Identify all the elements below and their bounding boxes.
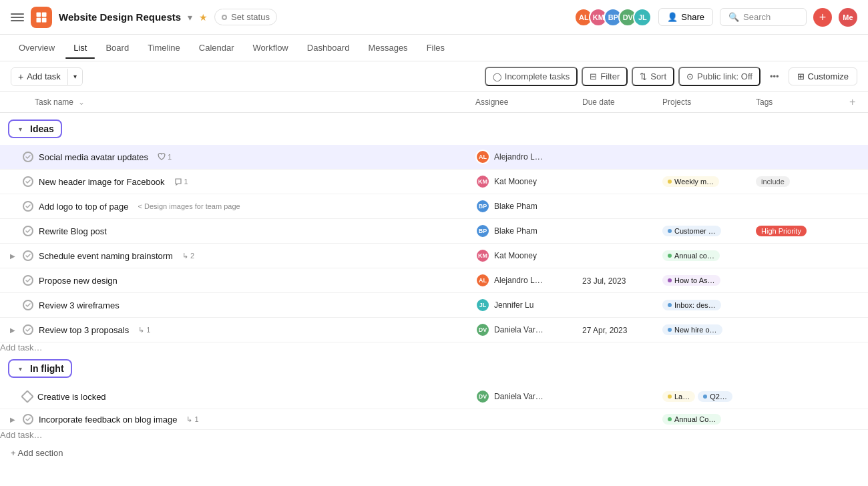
plus-icon: + <box>18 71 23 82</box>
project-pill[interactable]: Weekly m… <box>662 176 719 187</box>
tab-board[interactable]: Board <box>97 37 137 58</box>
task-complete-icon[interactable] <box>21 390 34 403</box>
task-extra-cell <box>841 268 868 293</box>
section-row-in-flight: ▾ In flight <box>0 352 868 385</box>
project-pill[interactable]: Annual co… <box>662 250 720 261</box>
task-assignee-cell: BP Blake Pham <box>467 219 574 244</box>
task-assignee-avatar: BP <box>475 199 490 214</box>
add-button[interactable]: + <box>813 8 832 27</box>
table-row[interactable]: ▶ Review top 3 proposals ↳ 1 DV Daniela … <box>0 318 868 342</box>
task-name-text: Incorporate feedback on blog image <box>39 415 177 425</box>
task-duedate-cell <box>574 409 654 430</box>
subtask-badge: ↳ 1 <box>138 326 150 334</box>
tab-messages[interactable]: Messages <box>360 37 415 58</box>
task-name-cell: Add logo to top of page < Design images … <box>0 194 467 219</box>
more-button[interactable]: ••• <box>765 68 785 85</box>
task-meta: ↳ 2 <box>182 252 194 260</box>
task-complete-icon[interactable] <box>23 414 33 425</box>
share-button[interactable]: 👤 Share <box>658 8 713 26</box>
section-collapse-icon[interactable]: ▾ <box>16 364 25 374</box>
section-collapse-icon[interactable]: ▾ <box>16 124 25 134</box>
project-pill[interactable]: Q2… <box>698 391 732 402</box>
tab-files[interactable]: Files <box>419 37 453 58</box>
project-pill[interactable]: How to As… <box>662 275 720 286</box>
task-tags-cell <box>748 293 841 318</box>
expand-icon[interactable]: ▶ <box>8 325 17 334</box>
projects-cell: Weekly m… <box>662 176 740 187</box>
tags-cell: High Priority <box>756 226 833 236</box>
task-tags-cell <box>748 385 841 409</box>
add-task-button[interactable]: + Add task <box>11 68 67 85</box>
filter-button[interactable]: ⊟ Filter <box>582 67 628 86</box>
hamburger-icon[interactable] <box>11 11 24 24</box>
user-avatar[interactable]: Me <box>839 8 857 27</box>
task-name-cell: Propose new design <box>0 268 467 293</box>
customize-button[interactable]: ⊞ Customize <box>789 67 857 85</box>
add-task-link[interactable]: Add task… <box>0 430 43 440</box>
tab-timeline[interactable]: Timeline <box>140 37 188 58</box>
task-name-text: Propose new design <box>39 276 118 286</box>
project-pill[interactable]: Annual Co… <box>662 414 721 425</box>
expand-icon[interactable]: ▶ <box>8 415 17 424</box>
tab-overview[interactable]: Overview <box>11 37 63 58</box>
task-assignee-avatar: AL <box>475 273 490 288</box>
avatar-4[interactable]: JL <box>633 8 652 27</box>
tab-workflow[interactable]: Workflow <box>245 37 296 58</box>
section-header-ideas[interactable]: ▾ Ideas <box>0 113 868 145</box>
task-complete-icon[interactable] <box>23 275 33 286</box>
set-status-button[interactable]: Set status <box>214 9 277 25</box>
app-logo[interactable] <box>31 7 52 28</box>
section-header-in-flight[interactable]: ▾ In flight <box>0 352 868 385</box>
task-complete-icon[interactable] <box>23 152 33 162</box>
assignee-name: Blake Pham <box>494 226 537 236</box>
table-row[interactable]: Review 3 wireframes JL Jennifer Lu Inbox… <box>0 293 868 318</box>
search-box[interactable]: 🔍 Search <box>720 8 807 26</box>
table-row[interactable]: ▶ Schedule event naming brainstorm ↳ 2 K… <box>0 244 868 268</box>
project-pill[interactable]: Customer … <box>662 226 721 236</box>
task-complete-icon[interactable] <box>23 324 33 335</box>
add-task-dropdown[interactable]: ▾ <box>68 69 82 83</box>
table-row[interactable]: ▶ Incorporate feedback on blog image ↳ 1 <box>0 409 868 430</box>
task-duedate-cell: 27 Apr, 2023 <box>574 318 654 342</box>
task-complete-icon[interactable] <box>23 201 33 212</box>
tab-calendar[interactable]: Calendar <box>191 37 242 58</box>
svg-rect-2 <box>37 17 41 22</box>
task-name-text: Social media avatar updates <box>39 152 148 162</box>
project-pill[interactable]: La… <box>662 391 695 402</box>
set-status-label: Set status <box>231 12 270 22</box>
tag-pill[interactable]: include <box>756 176 790 187</box>
task-extra-cell <box>841 409 868 430</box>
task-complete-icon[interactable] <box>23 226 33 236</box>
table-row[interactable]: New header image for Facebook 1 KM Kat M… <box>0 170 868 194</box>
navtabs: Overview List Board Timeline Calendar Wo… <box>0 35 868 61</box>
incomplete-tasks-button[interactable]: ◯ Incomplete tasks <box>485 67 578 86</box>
add-section-button[interactable]: + Add section <box>0 440 868 461</box>
svg-rect-3 <box>42 17 47 22</box>
star-icon[interactable]: ★ <box>199 12 208 23</box>
table-row[interactable]: Add logo to top of page < Design images … <box>0 194 868 219</box>
table-row[interactable]: Propose new design AL Alejandro L… 23 Ju… <box>0 268 868 293</box>
project-pill[interactable]: Inbox: des… <box>662 300 721 310</box>
toolbar-right: ◯ Incomplete tasks ⊟ Filter ⇅ Sort ⊙ Pub… <box>485 67 857 86</box>
table-row[interactable]: Rewrite Blog post BP Blake Pham Customer… <box>0 219 868 244</box>
add-task-link[interactable]: Add task… <box>0 342 43 352</box>
public-link-button[interactable]: ⊙ Public link: Off <box>678 67 761 86</box>
project-pill[interactable]: New hire o… <box>662 324 722 335</box>
task-name-inner: Review 3 wireframes <box>8 300 459 310</box>
tab-dashboard[interactable]: Dashboard <box>299 37 358 58</box>
task-complete-icon[interactable] <box>23 176 33 187</box>
comment-badge: 1 <box>174 178 188 186</box>
tab-list[interactable]: List <box>65 37 95 58</box>
assignee-name: Kat Mooney <box>494 177 537 186</box>
task-table: Task name ⌄ Assignee Due date Projects T… <box>0 92 868 440</box>
tag-pill[interactable]: High Priority <box>756 226 807 236</box>
task-complete-icon[interactable] <box>23 300 33 310</box>
table-row[interactable]: Social media avatar updates 1 AL Alejand… <box>0 145 868 170</box>
task-complete-icon[interactable] <box>23 250 33 261</box>
due-date: 23 Jul, 2023 <box>582 276 626 286</box>
sort-button[interactable]: ⇅ Sort <box>632 67 674 86</box>
table-row[interactable]: Creative is locked DV Daniela Var… La…Q2… <box>0 385 868 409</box>
expand-icon[interactable]: ▶ <box>8 251 17 260</box>
add-column-button[interactable]: + <box>849 96 855 107</box>
chevron-down-icon[interactable]: ▾ <box>188 12 192 23</box>
